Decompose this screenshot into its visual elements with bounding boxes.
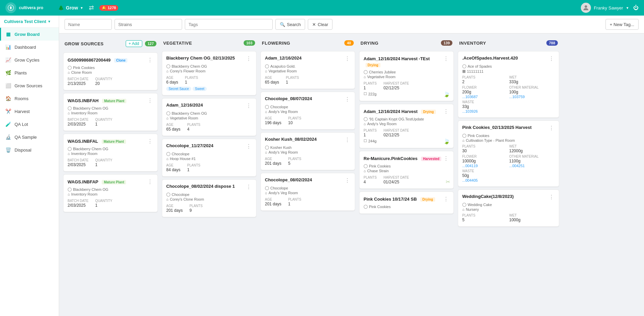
card-menu-button[interactable]: ⋮ [443,155,449,162]
user-area[interactable]: Franky Sawyer ▼ [581,3,629,13]
stat-harvest-date: HARVEST DATE 02/12/25 [383,129,409,137]
card-menu-button[interactable]: ⋮ [344,55,351,62]
card-menu-button[interactable]: ⋮ [344,137,351,143]
card-title: Chocolope_08/02/2024 [265,177,312,182]
tag-secret-sauce: Secret Sauce [166,87,191,91]
card-fl4: Chocolope_08/02/2024 ⋮ ◯ Chocolope ⌂ And… [261,173,355,211]
strain-icon: ◯ [364,117,368,121]
name-input[interactable] [65,19,112,30]
card-room: ⌂ Chase Strain [364,169,449,173]
card-strain: ◯ Blackberry Chem OG [68,187,153,191]
room-value: Clone Room [71,70,92,74]
tags-input[interactable] [185,19,273,30]
sidebar-item-grow-cycles[interactable]: 📈 Grow Cycles [0,53,59,66]
sidebar-item-qa-sample[interactable]: 🔬 QA Sample [0,131,59,143]
sidebar-item-grow-sources[interactable]: ⬜ Grow Sources [0,79,59,92]
strain-value: Pink Cookies [468,134,489,138]
dashboard-icon: 📊 [5,44,11,50]
card-menu-button[interactable]: ⋮ [548,55,555,62]
card-strain: ◯ Pink Cookies [364,164,449,168]
card-title: Adam_12/16/2024 [166,103,203,108]
clear-button[interactable]: ✕ Clear [308,19,332,30]
card-menu-button[interactable]: ⋮ [245,143,252,150]
card-menu-button[interactable]: ⋮ [443,108,449,115]
client-selector[interactable]: Cultivera Test Client ▼ [0,16,59,28]
card-strain: ◯ Acapulco Gold. [265,64,351,68]
rooms-icon: 🏠 [5,95,11,101]
card-menu-button[interactable]: ⋮ [147,138,153,144]
inv-stat-wet: WET 12000g [509,144,555,153]
new-tag-button[interactable]: + New Tag... [605,19,639,30]
power-icon[interactable]: ⏻ [633,5,639,11]
sidebar-item-qa-lot[interactable]: 🧪 QA Lot [0,118,59,131]
sidebar-item-harvest[interactable]: ✂️ Harvest [0,105,59,118]
card-stats: AGE 196 days PLANTS 10 [265,116,351,125]
card-header: WeddingCake(12/8/2023) ⋮ [462,194,555,200]
card-menu-button[interactable]: ⋮ [344,96,351,103]
grow-nav-item[interactable]: 🌲 Grow ▼ [58,5,83,10]
card-menu-button[interactable]: ⋮ [443,55,449,62]
sidebar-item-disposal[interactable]: 🗑️ Disposal [0,143,59,156]
card-room: ⌂ Corey's Clone Room [166,197,252,201]
stat-age: AGE 65 days [265,76,279,85]
sidebar-label-dashboard: Dashboard [15,45,36,50]
quantity-value: 1 [95,162,113,167]
plants-value: 4 [187,127,200,132]
room-value: Andy's Veg Room [269,110,298,114]
tag-sweet: Sweet [193,87,207,91]
flower-value: 200g [462,90,508,94]
waste-link[interactable]: ...103926 [462,109,508,113]
card-stats: BATCH DATE 2/13/2025 QUANTITY 20 [68,77,153,86]
flowering-cards: Adam_12/16/2024 ⋮ ◯ Acapulco Gold. ⌂ Veg… [261,51,355,312]
card-menu-button[interactable]: ⋮ [245,55,252,62]
add-grow-sources-button[interactable]: + Add [126,40,142,47]
card-fl3: Kosher Kush_08/02/2024 ⋮ ◯ Kosher Kush ⌂… [261,132,355,170]
sidebar-item-grow-board[interactable]: ▦ Grow Board [0,28,59,41]
flower-link[interactable]: ...004119 [462,164,508,168]
col-title-vegetative: VEGETATIVE [163,41,241,46]
sidebar-item-rooms[interactable]: 🏠 Rooms [0,92,59,105]
flower-link[interactable]: ...103687 [462,95,508,99]
other-link[interactable]: ...004251 [509,164,555,168]
card-menu-button[interactable]: ⋮ [147,97,153,104]
plants-value: 4 [364,180,377,184]
card-menu-button[interactable]: ⋮ [245,184,252,190]
card-menu-button[interactable]: ⋮ [344,177,351,184]
card-menu-button[interactable]: ⋮ [147,57,153,63]
plants-value: 5 [462,218,508,222]
waste-link[interactable]: ...004405 [462,178,508,182]
stat-quantity: QUANTITY 1 [95,158,113,167]
card-menu-button[interactable]: ⋮ [245,103,252,109]
settings-icon[interactable]: ⇄ [89,4,94,12]
card-menu-button[interactable]: ⋮ [548,194,555,200]
sidebar-item-dashboard[interactable]: 📊 Dashboard [0,41,59,53]
id-icon: ▦ [462,69,466,73]
other-link[interactable]: ...103759 [509,95,555,99]
room-icon: ⌂ [166,197,169,201]
column-drying: DRYING 139 Adam_12/16/2024 Harvest -TEst… [359,38,454,312]
card-header: WAGS.INBFAL Mature Plant ⋮ [68,138,153,144]
user-chevron-icon: ▼ [626,6,629,10]
card-title-area: Pink Cookies 10/17/24 SB Drying [364,196,435,202]
sidebar-item-plants[interactable]: 🌿 Plants [0,66,59,79]
age-value: 201 days [166,208,183,213]
card-menu-button[interactable]: ⋮ [548,125,555,131]
search-button[interactable]: 🔍 Search [275,19,305,30]
strains-input[interactable] [115,19,182,30]
col-title-flowering: FLOWERING [262,41,342,46]
flowering-count: 40 [344,40,354,46]
card-title-area: Re-Manicure.PinkCookies Harvested [364,155,441,161]
room-icon: ⌂ [166,116,169,120]
strain-value: Blackberry Chem OG [172,64,207,68]
strain-value: Pink Cookies [369,205,391,209]
card-title: Pink Cookies 10/17/24 SB [364,197,417,202]
room-icon: ⌂ [68,192,70,196]
strain-icon: ◯ [364,70,368,74]
card-menu-button[interactable]: ⋮ [443,196,449,202]
card-room: ⌂ Andy's Veg Room [265,110,351,114]
card-menu-button[interactable]: ⋮ [147,179,153,185]
logo-area[interactable]: cultivera pro [5,2,53,13]
harvest-date-value: 01/24/25 [383,180,409,184]
notification-badge[interactable]: 🔔 1278 [99,5,118,11]
strain-icon: ◯ [166,192,170,197]
